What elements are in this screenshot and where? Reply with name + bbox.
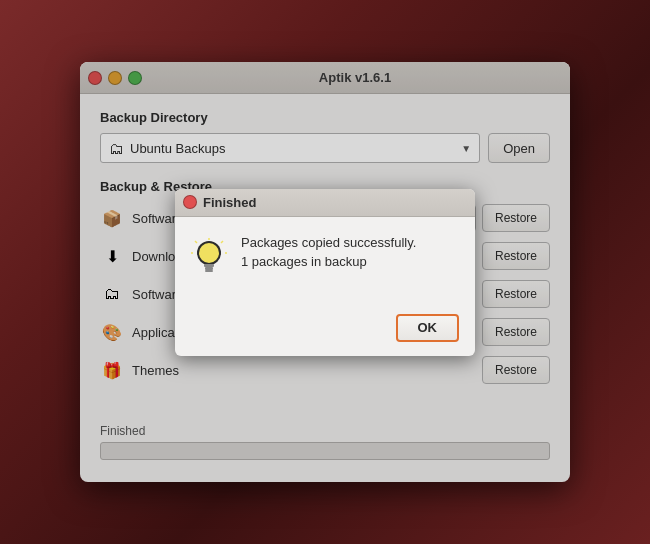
svg-rect-3 [205,267,213,270]
dialog-close-button[interactable] [183,195,197,209]
ok-button[interactable]: OK [396,314,460,342]
lightbulb-icon [191,237,227,290]
finished-dialog: Finished [175,189,475,356]
dialog-message: Packages copied successfully. 1 packages… [241,233,416,272]
dialog-footer: OK [175,306,475,356]
svg-line-6 [195,241,197,243]
svg-line-7 [221,241,223,243]
dialog-message-line1: Packages copied successfully. [241,233,416,253]
dialog-body: Packages copied successfully. 1 packages… [175,217,475,306]
dialog-title: Finished [203,195,256,210]
svg-rect-2 [204,264,214,267]
dialog-overlay: Finished [80,62,570,482]
dialog-message-line2: 1 packages in backup [241,252,416,272]
svg-rect-4 [205,270,213,272]
main-window: Aptik v1.6.1 Backup Directory 🗂 Ubuntu B… [80,62,570,482]
dialog-titlebar: Finished [175,189,475,217]
svg-point-1 [199,243,219,263]
